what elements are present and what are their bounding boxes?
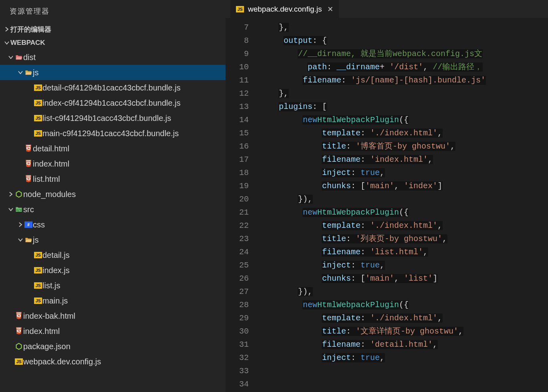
editor-pane: JS webpack.dev.config.js ✕ 7891011121314… [226,0,548,392]
folder-css[interactable]: #css [0,217,226,232]
chevron-right-icon [3,27,10,32]
code-line: filename: 'list.html', [259,245,548,259]
file-tree: distjsJSdetail-c9f41294b1cacc43cbcf.bund… [0,50,226,392]
tree-item-label: index.js [42,266,70,275]
editor-tab-webpack-config[interactable]: JS webpack.dev.config.js ✕ [230,0,339,18]
explorer-title: 资源管理器 [0,0,226,22]
code-line: }), [259,285,548,298]
folder-open-icon [14,53,23,61]
line-number: 17 [226,153,249,166]
code-line: //__dirname, 就是当前webpack.config.js文 [259,47,548,60]
tree-item-label: list.js [42,281,60,290]
code-line: plugins: [ [259,100,548,113]
line-number: 34 [226,378,249,391]
line-number: 27 [226,285,249,298]
file-list-html[interactable]: list.html [0,171,226,187]
file-root-index-html[interactable]: index.html [0,324,226,339]
file-webpack-dev-config[interactable]: JSwebpack.dev.config.js [0,354,226,369]
tree-item-label: index.html [33,159,69,169]
js-file-icon: JS [34,115,42,121]
line-number: 8 [226,34,249,47]
tree-item-label: node_modules [23,190,76,199]
tab-close-icon[interactable]: ✕ [327,5,333,14]
line-number: 10 [226,60,249,74]
chevron-right-icon [7,192,14,197]
line-number: 25 [226,259,249,272]
code-line: output: { [259,34,548,47]
line-number: 9 [226,47,249,60]
tree-item-label: main-c9f41294b1cacc43cbcf.bundle.js [42,129,179,138]
chevron-down-icon [7,207,14,212]
code-line: path: __dirname+ '/dist', //输出路径， [259,60,548,74]
tree-item-label: js [33,235,38,245]
file-list-bundle[interactable]: JSlist-c9f41294b1cacc43cbcf.bundle.js [0,111,226,126]
code-line [259,378,548,391]
tree-item-label: webpack.dev.config.js [23,357,101,366]
line-number: 26 [226,272,249,285]
line-number: 31 [226,338,249,351]
chevron-down-icon [17,70,24,75]
line-number: 28 [226,298,249,312]
editor-code-area[interactable]: 7891011121314151617181920212223242526272… [226,18,548,392]
line-number: 29 [226,312,249,325]
line-number: 13 [226,100,249,113]
html-file-icon [24,174,33,184]
code-line: filename: 'js/[name]-[hash].bundle.js' [259,74,548,87]
tree-item-label: list-c9f41294b1cacc43cbcf.bundle.js [42,114,171,123]
html-file-icon [24,159,33,169]
chevron-down-icon [7,55,14,60]
tree-item-label: dist [23,53,36,62]
folder-node-modules[interactable]: node_modules [0,187,226,202]
line-gutter: 7891011121314151617181920212223242526272… [226,18,259,392]
project-section[interactable]: WEBPACK [0,36,226,50]
line-number: 15 [226,127,249,140]
folder-dist-js[interactable]: js [0,65,226,80]
folder-open-icon [24,236,33,244]
code-content[interactable]: }, output: { //__dirname, 就是当前webpack.co… [259,18,548,392]
tree-item-label: detail.js [42,251,70,260]
chevron-down-icon [17,237,24,242]
line-number: 16 [226,140,249,153]
js-file-icon: JS [34,298,42,304]
code-line: chunks: ['main', 'index'] [259,179,548,193]
file-main-bundle[interactable]: JSmain-c9f41294b1cacc43cbcf.bundle.js [0,126,226,141]
file-index-bundle[interactable]: JSindex-c9f41294b1cacc43cbcf.bundle.js [0,95,226,111]
file-index-bak-html[interactable]: index-bak.html [0,308,226,324]
file-package-json[interactable]: package.json [0,339,226,354]
folder-src-js[interactable]: js [0,232,226,247]
file-detail-html[interactable]: detail.html [0,141,226,156]
js-file-icon: JS [236,6,244,12]
js-file-icon: JS [34,100,42,106]
file-dist-index-html[interactable]: index.html [0,156,226,171]
line-number: 23 [226,232,249,245]
editor-tabbar: JS webpack.dev.config.js ✕ [226,0,548,18]
tree-item-label: package.json [23,342,71,351]
code-line: inject: true, [259,166,548,179]
file-detail-js[interactable]: JSdetail.js [0,247,226,263]
folder-src[interactable]: </>src [0,202,226,217]
project-label: WEBPACK [10,39,45,47]
tree-item-label: main.js [42,296,68,306]
tree-item-label: src [23,205,34,214]
chevron-right-icon [17,222,24,227]
tree-item-label: index-bak.html [23,312,75,321]
code-line: filename: 'index.html', [259,153,548,166]
line-number: 20 [226,193,249,206]
code-line: newHtmlWebpackPlugin({ [259,206,548,219]
folder-dist[interactable]: dist [0,50,226,65]
file-list-js[interactable]: JSlist.js [0,278,226,293]
code-line: inject: true, [259,351,548,364]
file-main-js[interactable]: JSmain.js [0,293,226,308]
code-line: inject: true, [259,259,548,272]
tree-item-label: index-c9f41294b1cacc43cbcf.bundle.js [42,99,181,108]
node-icon [14,190,23,198]
tree-item-label: list.html [33,175,60,184]
open-editors-section[interactable]: 打开的编辑器 [0,22,226,36]
file-detail-bundle[interactable]: JSdetail-c9f41294b1cacc43cbcf.bundle.js [0,80,226,95]
file-index-js[interactable]: JSindex.js [0,263,226,278]
line-number: 30 [226,325,249,338]
line-number: 33 [226,364,249,378]
code-line: title: '博客首页-by ghostwu', [259,140,548,153]
html-file-icon [24,144,33,154]
line-number: 18 [226,166,249,179]
